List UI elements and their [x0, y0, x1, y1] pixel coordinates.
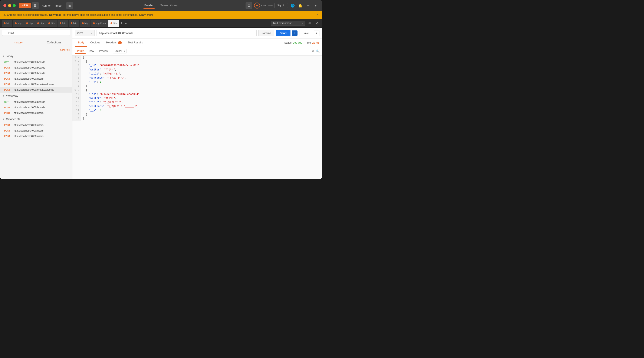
runner-button[interactable]: Runner	[40, 3, 52, 8]
list-item[interactable]: POST http://localhost:4000/users	[0, 133, 72, 139]
tab-4[interactable]: http	[35, 20, 46, 26]
format-pretty[interactable]: Pretty	[75, 48, 86, 54]
time-value: 20 ms	[312, 41, 320, 44]
tab-2[interactable]: http	[13, 20, 24, 26]
send-button[interactable]: Send	[276, 30, 290, 36]
tab-5[interactable]: http	[46, 20, 57, 26]
sync-icon: ⏺	[254, 2, 260, 8]
tab-label-8: http	[84, 22, 88, 24]
code-line: 11 "writer": "쭈꾸미",	[72, 96, 322, 100]
line-number: 7	[72, 80, 81, 84]
tab-dot-6	[60, 22, 61, 24]
new-tab-button[interactable]: ⊞	[66, 2, 73, 9]
heart-icon[interactable]: ♥	[313, 2, 318, 8]
format-preview[interactable]: Preview	[97, 49, 110, 53]
list-item[interactable]: POST http://localhost:4000/users	[0, 110, 72, 116]
list-item[interactable]: POST http://localhost:4000/users	[0, 122, 72, 128]
group-yesterday[interactable]: ▼ Yesterday	[0, 93, 72, 99]
new-button[interactable]: NEW	[19, 3, 31, 8]
banner-text: Chrome apps are being deprecated.	[7, 13, 48, 16]
settings-icon[interactable]: ⚙	[246, 2, 252, 9]
tab-cookies[interactable]: Cookies	[87, 39, 103, 47]
method-badge: POST	[4, 78, 12, 80]
save-dropdown-button[interactable]: ▼	[314, 30, 320, 36]
line-number: 8	[72, 84, 81, 88]
save-button[interactable]: Save	[299, 30, 312, 36]
group-october20[interactable]: ▼ October 20	[0, 116, 72, 122]
download-link[interactable]: Download	[49, 13, 61, 16]
environment-select[interactable]: No Environment	[271, 21, 305, 26]
url-bar: GET POST PUT DELETE ▼ Params Send ▼ Save…	[72, 28, 322, 39]
format-raw[interactable]: Raw	[87, 49, 96, 53]
tab-7[interactable]: http	[68, 20, 79, 26]
collections-tab[interactable]: Collections	[36, 38, 72, 47]
maximize-button[interactable]	[13, 4, 16, 7]
group-today[interactable]: ▼ Today	[0, 53, 72, 59]
tab-3[interactable]: http	[24, 20, 35, 26]
search-response-button[interactable]: 🔍	[316, 49, 320, 53]
tab-label-7: http	[73, 22, 77, 24]
format-type-select[interactable]: JSON XML HTML Text	[113, 49, 127, 53]
tab-1[interactable]: http	[2, 20, 12, 26]
method-select[interactable]: GET POST PUT DELETE	[75, 30, 94, 36]
list-item[interactable]: POST http://localhost:4000/boards	[0, 65, 72, 70]
line-number: 1 ▾	[72, 55, 81, 60]
minimize-button[interactable]	[8, 4, 11, 7]
history-url: http://localhost:4000/boards	[14, 66, 45, 69]
line-content: }	[81, 113, 322, 117]
method-badge: POST	[4, 124, 12, 126]
list-item[interactable]: POST http://localhost:4000/email/welcome	[0, 87, 72, 93]
list-item[interactable]: GET http://localhost:1000/boards	[0, 99, 72, 105]
list-item[interactable]: POST http://localhost:4000/boards	[0, 105, 72, 110]
line-content: "_id": "6362690190f3984a8cbad081",	[81, 64, 322, 68]
list-item[interactable]: POST http://localhost:4000/email/welcome	[0, 81, 72, 87]
line-number: 13	[72, 104, 81, 109]
tab-body[interactable]: Body	[75, 39, 87, 47]
list-item[interactable]: POST http://localhost:4000/users	[0, 76, 72, 81]
tab-test-results[interactable]: Test Results	[125, 39, 146, 47]
globe-icon[interactable]: 🌐	[290, 2, 296, 8]
tab-9[interactable]: http://loca	[91, 20, 108, 26]
notification-icon[interactable]: 🔔	[297, 2, 303, 8]
sidebar-list: ▼ Today GET http://localhost:4000/boards…	[0, 53, 72, 179]
nav-builder[interactable]: Builder	[144, 2, 154, 9]
send-dropdown-button[interactable]: ▼	[292, 30, 298, 36]
line-content: },	[81, 84, 322, 88]
wrap-icon[interactable]: ☰	[128, 49, 131, 53]
code-line: 8 },	[72, 84, 322, 88]
tab-headers[interactable]: Headers 7	[103, 39, 125, 47]
chat-icon[interactable]: ✏	[305, 2, 311, 8]
tab-6[interactable]: http	[58, 20, 68, 26]
sign-in-button[interactable]: Sign In	[274, 3, 288, 8]
title-bar: NEW ☰ Runner Import ⊞ Builder Team Libra…	[0, 0, 322, 11]
history-tab[interactable]: History	[0, 38, 36, 47]
list-item[interactable]: GET http://localhost:4000/boards	[0, 59, 72, 65]
tab-10[interactable]: http	[108, 20, 119, 26]
eye-icon[interactable]: 👁	[307, 20, 313, 26]
tab-dot-1	[4, 22, 6, 24]
nav-team-library[interactable]: Team Library	[160, 2, 178, 9]
close-button[interactable]	[4, 4, 6, 7]
params-button[interactable]: Params	[258, 30, 274, 36]
tab-dot-7	[71, 22, 72, 24]
list-item[interactable]: POST http://localhost:4000/boards	[0, 70, 72, 76]
clear-all-button[interactable]: Clear all	[60, 48, 70, 51]
learn-more-link[interactable]: Learn more	[139, 13, 153, 16]
banner-close-button[interactable]: ×	[317, 13, 318, 17]
search-input[interactable]	[2, 30, 70, 36]
copy-button[interactable]: ⧉	[312, 49, 314, 53]
history-url: http://localhost:4000/boards	[14, 106, 45, 109]
tab-dot-9	[93, 22, 95, 24]
list-item[interactable]: POST http://localhost:4000/users	[0, 128, 72, 133]
line-content: [	[81, 55, 322, 60]
import-button[interactable]: Import	[54, 3, 65, 8]
add-tab-button[interactable]: +	[120, 21, 124, 25]
url-input[interactable]	[96, 30, 256, 36]
code-line: 15 }	[72, 113, 322, 117]
more-tabs-button[interactable]: ···	[124, 21, 129, 25]
app-window: NEW ☰ Runner Import ⊞ Builder Team Libra…	[0, 0, 322, 179]
tab-8[interactable]: http	[80, 20, 90, 26]
main-content: 🔍 History Collections Clear all ▼ Today …	[0, 28, 322, 179]
env-settings-icon[interactable]: ⚙	[314, 20, 320, 26]
sidebar-toggle-button[interactable]: ☰	[32, 2, 39, 9]
